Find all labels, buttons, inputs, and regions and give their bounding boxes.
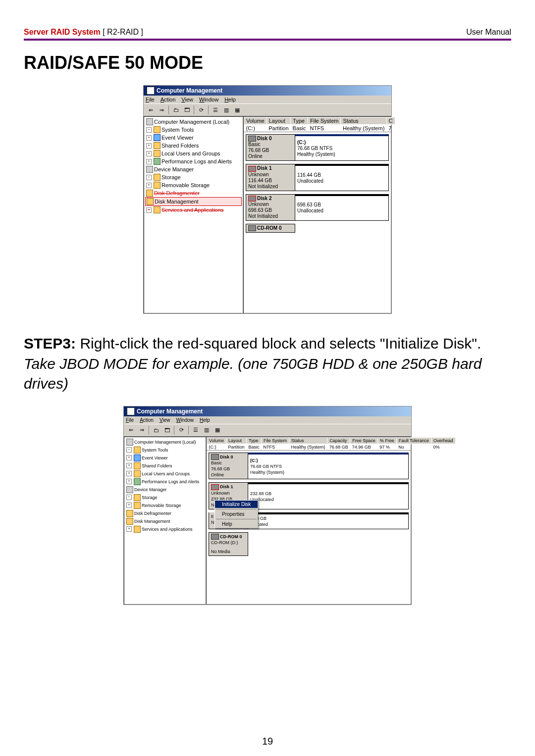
tree-disk-management[interactable]: Disk Management [145, 197, 242, 206]
forward-button[interactable]: ⇒ [137, 425, 147, 435]
unallocated-block[interactable]: 8.63 GB allocated [248, 512, 409, 529]
tool-button[interactable]: ▥ [221, 105, 231, 115]
forward-button[interactable]: ⇒ [157, 105, 166, 115]
window-titlebar[interactable]: Computer Management [124, 406, 411, 416]
refresh-button[interactable]: ⟳ [196, 105, 206, 115]
col-type[interactable]: Type [247, 437, 262, 444]
disk-info[interactable]: Disk 0 Basic 76.68 GB Online [209, 453, 248, 480]
tree-device-manager[interactable]: Device Manager [125, 486, 205, 494]
disk-row-2[interactable]: Disk 2 Unknown 698.63 GB Not Initialized… [246, 194, 389, 221]
window-titlebar[interactable]: Computer Management [144, 86, 391, 96]
menu-file[interactable]: File [126, 417, 134, 423]
tree-removable[interactable]: +Removable Storage [145, 181, 242, 189]
expand-icon[interactable]: + [146, 135, 152, 141]
table-row[interactable]: (C:) Partition Basic NTFS Healthy (Syste… [244, 125, 395, 132]
menu-properties[interactable]: Properties [215, 510, 258, 518]
tree-defrag[interactable]: Disk Defragmenter [125, 509, 205, 517]
context-menu[interactable]: Initialize Disk Properties Help [214, 500, 258, 528]
volume-block[interactable]: (C:) 76.68 GB NTFS Healthy (System) [295, 134, 389, 161]
tree-services[interactable]: +Services and Applications [125, 525, 205, 533]
tool-button[interactable]: ▥ [202, 425, 212, 435]
disk-row-cdrom[interactable]: CD-ROM 0 CD-ROM (D:) No Media [209, 532, 409, 556]
tree-local-users[interactable]: +Local Users and Groups [125, 470, 205, 478]
collapse-icon[interactable]: − [146, 175, 152, 180]
expand-icon[interactable]: + [146, 183, 152, 188]
col-layout[interactable]: Layout [226, 437, 247, 444]
col-filesystem[interactable]: File System [262, 437, 289, 444]
col-pfree[interactable]: % Free [377, 437, 396, 444]
disk-info[interactable]: CD-ROM 0 [246, 224, 295, 233]
tool-button[interactable]: ▦ [213, 425, 222, 435]
tree-defrag[interactable]: Disk Defragmenter [145, 189, 242, 197]
menu-action[interactable]: Action [160, 97, 176, 102]
volume-block[interactable]: (C:) 76.68 GB NTFS Healthy (System) [248, 453, 409, 480]
col-status[interactable]: Status [289, 437, 327, 444]
tree-root[interactable]: Computer Management (Local) [145, 118, 242, 126]
expand-icon[interactable]: + [146, 159, 152, 164]
tree-event-viewer[interactable]: +Event Viewer [125, 454, 205, 462]
table-row[interactable]: (C:) Partition Basic NTFS Healthy (Syste… [207, 444, 456, 450]
disk-row-0[interactable]: Disk 0 Basic 76.68 GB Online (C:) 76.68 … [209, 453, 409, 480]
tree-removable[interactable]: +Removable Storage [125, 502, 205, 509]
disk-info[interactable]: Disk 0 Basic 76.68 GB Online [246, 134, 295, 161]
tree-event-viewer[interactable]: +Event Viewer [145, 134, 242, 142]
up-button[interactable]: 🗀 [151, 425, 161, 435]
menu-view[interactable]: View [160, 417, 170, 423]
tool-button[interactable]: ☰ [191, 425, 201, 435]
tree-disk-management[interactable]: Disk Management [125, 517, 205, 525]
col-status[interactable]: Status [341, 117, 386, 125]
expand-icon[interactable]: + [126, 455, 132, 460]
unallocated-block[interactable]: 116.44 GB Unallocated [295, 164, 389, 191]
tree-root[interactable]: Computer Management (Local) [125, 438, 205, 446]
disk-row-cdrom[interactable]: CD-ROM 0 [246, 224, 389, 233]
props-button[interactable]: 🗔 [162, 425, 172, 435]
collapse-icon[interactable]: − [126, 495, 132, 500]
tree-storage[interactable]: −Storage [125, 494, 205, 502]
tool-button[interactable]: ▦ [232, 105, 242, 115]
disk-row-1[interactable]: Disk 1 Unknown 116.44 GB Not Initialized… [246, 164, 389, 191]
tree-perf-logs[interactable]: +Performance Logs and Alerts [125, 478, 205, 486]
col-layout[interactable]: Layout [267, 117, 290, 125]
back-button[interactable]: ⇐ [126, 425, 136, 435]
disk-info[interactable]: Disk 1 Unknown 116.44 GB Not Initialized [246, 164, 295, 191]
col-cap[interactable]: C [386, 117, 395, 125]
menu-action[interactable]: Action [140, 417, 154, 423]
disk-info[interactable]: CD-ROM 0 CD-ROM (D:) No Media [209, 532, 248, 556]
menu-help[interactable]: Help [215, 520, 258, 528]
col-free[interactable]: Free Space [350, 437, 378, 444]
expand-icon[interactable]: + [126, 479, 132, 484]
collapse-icon[interactable]: − [146, 127, 152, 133]
tree-system-tools[interactable]: −System Tools [125, 446, 205, 454]
tree-perf-logs[interactable]: +Performance Logs and Alerts [145, 157, 242, 165]
col-fault[interactable]: Fault Tolerance [396, 437, 431, 444]
tree-local-users[interactable]: +Local Users and Groups [145, 150, 242, 157]
menu-window[interactable]: Window [176, 417, 194, 423]
menu-initialize-disk[interactable]: Initialize Disk [215, 501, 258, 508]
back-button[interactable]: ⇐ [146, 105, 156, 115]
menu-help[interactable]: Help [224, 97, 236, 102]
tree-shared-folders[interactable]: +Shared Folders [145, 142, 242, 150]
unallocated-block[interactable]: 698.63 GB Unallocated [295, 194, 389, 221]
col-volume[interactable]: Volume [244, 117, 267, 125]
disk-info[interactable]: Disk 2 Unknown 698.63 GB Not Initialized [246, 194, 295, 221]
props-button[interactable]: 🗔 [182, 105, 192, 115]
expand-icon[interactable]: + [146, 151, 152, 156]
expand-icon[interactable]: + [126, 526, 132, 532]
unallocated-block[interactable]: 232.88 GB Unallocated [248, 482, 409, 509]
tree-pane[interactable]: Computer Management (Local) −System Tool… [144, 116, 243, 313]
tool-button[interactable]: ☰ [211, 105, 220, 115]
col-volume[interactable]: Volume [207, 437, 226, 444]
col-type[interactable]: Type [291, 117, 308, 125]
expand-icon[interactable]: + [146, 143, 152, 149]
disk-row-0[interactable]: Disk 0 Basic 76.68 GB Online (C:) 76.68 … [246, 134, 389, 161]
up-button[interactable]: 🗀 [171, 105, 181, 115]
expand-icon[interactable]: + [126, 503, 132, 508]
col-capacity[interactable]: Capacity [327, 437, 350, 444]
expand-icon[interactable]: + [126, 463, 132, 468]
menu-file[interactable]: File [146, 97, 155, 102]
collapse-icon[interactable]: − [126, 447, 132, 453]
tree-storage[interactable]: −Storage [145, 173, 242, 181]
tree-device-manager[interactable]: Device Manager [145, 165, 242, 173]
tree-shared-folders[interactable]: +Shared Folders [125, 462, 205, 470]
menu-window[interactable]: Window [199, 97, 218, 102]
